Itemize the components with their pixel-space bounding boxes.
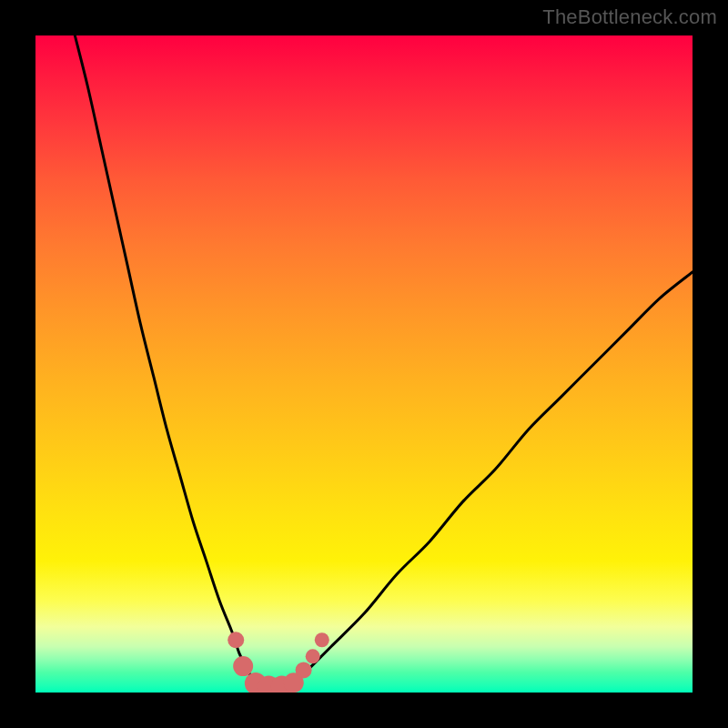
valley-marker <box>233 656 253 676</box>
valley-marker <box>315 632 329 647</box>
valley-marker <box>228 632 244 648</box>
bottleneck-curve <box>75 35 693 687</box>
curve-group <box>75 35 693 687</box>
marker-group <box>228 632 329 693</box>
chart-svg <box>35 35 693 693</box>
watermark-text: TheBottleneck.com <box>542 5 717 29</box>
valley-marker <box>296 662 312 678</box>
chart-frame: TheBottleneck.com <box>0 0 728 728</box>
valley-marker <box>306 649 320 663</box>
plot-area <box>35 35 693 693</box>
